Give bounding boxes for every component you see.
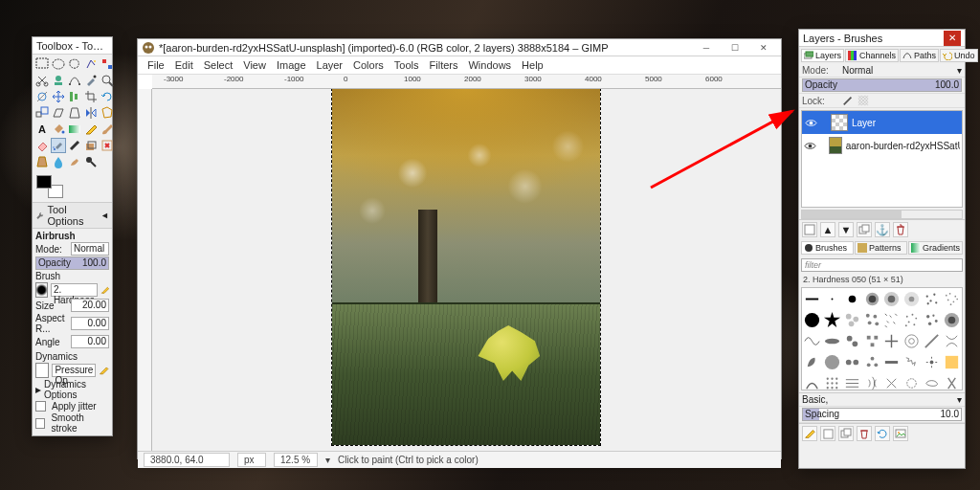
tool-free-select[interactable] (67, 56, 82, 72)
delete-brush-button[interactable] (857, 426, 872, 441)
tool-bucket-fill[interactable] (51, 122, 66, 137)
layers-titlebar[interactable]: Layers - Brushes ✕ (799, 30, 965, 47)
new-layer-button[interactable] (802, 222, 817, 237)
brush-swatch[interactable] (882, 310, 902, 330)
tool-clone[interactable] (83, 138, 99, 153)
visibility-icon[interactable] (804, 139, 816, 152)
ruler-horizontal[interactable]: -3000 -2000 -1000 0 1000 2000 3000 4000 … (152, 75, 781, 89)
tab-channels[interactable]: Channels (845, 49, 899, 62)
brush-swatch[interactable] (823, 373, 842, 390)
lower-layer-button[interactable]: ▼ (838, 222, 854, 237)
brush-swatch[interactable] (823, 310, 842, 330)
tool-measure[interactable] (34, 89, 50, 104)
brush-swatch[interactable] (882, 331, 902, 351)
brush-swatch[interactable] (803, 289, 822, 309)
menu-tools[interactable]: Tools (390, 58, 423, 72)
brush-swatch[interactable] (862, 331, 881, 351)
brush-swatch[interactable] (923, 331, 942, 351)
brush-swatch[interactable] (942, 352, 961, 372)
menu-file[interactable]: File (144, 58, 168, 72)
dynamics-name[interactable]: Pressure Op (52, 364, 96, 377)
brush-swatch[interactable] (823, 331, 842, 351)
edit-brush-button[interactable] (802, 426, 817, 441)
brush-name[interactable]: 2. Hardness (51, 283, 98, 297)
tool-flip[interactable] (83, 105, 99, 121)
brush-swatch[interactable] (823, 289, 842, 309)
dynamics-edit-icon[interactable] (99, 365, 109, 376)
open-as-image-button[interactable] (893, 426, 908, 441)
tab-undo[interactable]: Undo (940, 49, 978, 62)
duplicate-layer-button[interactable] (857, 222, 872, 237)
delete-layer-button[interactable] (893, 222, 908, 237)
tool-paintbrush[interactable] (100, 122, 115, 137)
brush-swatch[interactable] (843, 352, 862, 372)
tool-scale[interactable] (34, 105, 50, 121)
tool-fuzzy-select[interactable] (83, 56, 99, 72)
raise-layer-button[interactable]: ▲ (820, 222, 835, 237)
aspect-input[interactable]: 0.00 (71, 317, 109, 330)
tool-crop[interactable] (83, 89, 99, 104)
tool-options-menu-icon[interactable]: ◄ (100, 211, 109, 220)
toolbox-titlebar[interactable]: Toolbox - Tool O... (33, 37, 112, 55)
brush-swatch[interactable] (862, 352, 881, 372)
brush-swatch[interactable] (923, 352, 942, 372)
tool-smudge[interactable] (67, 154, 82, 169)
brush-swatch[interactable] (862, 373, 881, 390)
menu-help[interactable]: Help (518, 58, 547, 72)
angle-input[interactable]: 0.00 (71, 335, 109, 348)
dynamics-preview[interactable] (35, 363, 49, 378)
brush-swatch[interactable] (843, 289, 862, 309)
brush-swatch[interactable] (803, 310, 822, 330)
brush-swatch[interactable] (843, 310, 862, 330)
close-button[interactable]: ✕ (944, 31, 961, 46)
close-button[interactable]: ✕ (750, 40, 777, 56)
menu-windows[interactable]: Windows (464, 58, 515, 72)
brush-swatch[interactable] (803, 331, 822, 351)
brush-swatch[interactable] (902, 289, 922, 309)
tool-color-picker[interactable] (83, 73, 99, 88)
mode-select[interactable]: Normal (71, 242, 109, 256)
size-input[interactable]: 20.00 (71, 299, 109, 312)
menu-colors[interactable]: Colors (349, 58, 388, 72)
brush-swatch[interactable] (942, 331, 961, 351)
tool-eraser[interactable] (34, 138, 50, 153)
anchor-layer-button[interactable]: ⚓ (875, 222, 890, 237)
brush-swatch[interactable] (843, 331, 862, 351)
tool-perspective-clone[interactable] (34, 154, 50, 169)
tool-text[interactable]: A (34, 122, 50, 137)
fg-color-swatch[interactable] (36, 175, 52, 189)
brush-swatch[interactable] (942, 310, 961, 330)
brush-swatch[interactable] (923, 310, 942, 330)
tab-patterns[interactable]: Patterns (855, 241, 907, 255)
tool-blur[interactable] (51, 154, 66, 169)
color-swatches[interactable] (36, 175, 63, 198)
brush-swatch[interactable] (803, 373, 822, 390)
brush-swatch[interactable] (902, 331, 922, 351)
menu-image[interactable]: Image (273, 58, 310, 72)
tool-zoom[interactable] (100, 73, 115, 88)
brush-swatch[interactable] (843, 373, 862, 390)
brush-basic-select[interactable]: Basic, (802, 394, 957, 405)
layer-row[interactable]: aaron-burden-rd2yxHSSatU-unspla (802, 134, 962, 157)
tool-blend[interactable] (67, 122, 82, 137)
tool-airbrush[interactable] (51, 138, 66, 153)
tool-by-color-select[interactable] (100, 56, 115, 72)
status-unit[interactable]: px (237, 453, 266, 467)
menu-edit[interactable]: Edit (171, 58, 197, 72)
menu-filters[interactable]: Filters (426, 58, 462, 72)
tool-shear[interactable] (51, 105, 66, 121)
brush-swatch[interactable] (862, 289, 881, 309)
tool-pencil[interactable] (83, 122, 99, 137)
tool-cage[interactable] (100, 105, 115, 121)
brush-swatch[interactable] (882, 352, 902, 372)
tool-foreground-select[interactable] (51, 73, 66, 88)
menu-view[interactable]: View (239, 58, 270, 72)
tool-heal[interactable] (100, 138, 115, 153)
menu-select[interactable]: Select (200, 58, 237, 72)
tab-paths[interactable]: Paths (900, 49, 939, 62)
menu-layer[interactable]: Layer (313, 58, 347, 72)
brush-swatch[interactable] (803, 352, 822, 372)
tool-scissors[interactable] (34, 73, 50, 88)
maximize-button[interactable]: ☐ (722, 40, 748, 56)
tool-perspective[interactable] (67, 105, 82, 121)
